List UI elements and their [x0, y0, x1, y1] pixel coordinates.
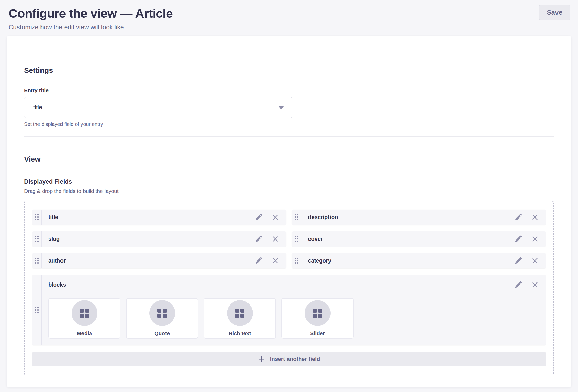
component-label: Slider	[310, 330, 325, 336]
field-row-label: author	[48, 257, 66, 264]
remove-field-button[interactable]	[272, 235, 279, 243]
page-subtitle: Customize how the edit view will look li…	[9, 24, 570, 31]
field-row-label: title	[48, 214, 58, 221]
component-label: Media	[77, 330, 92, 336]
blocks-content: blocks Media Quote	[42, 275, 546, 345]
close-icon	[272, 257, 279, 264]
pencil-icon	[255, 257, 262, 265]
field-row-label: slug	[48, 236, 60, 242]
drag-handle[interactable]	[292, 231, 301, 247]
field-row-author: author	[32, 253, 286, 268]
edit-field-button[interactable]	[255, 235, 262, 243]
drag-handle[interactable]	[292, 253, 301, 268]
settings-section-heading: Settings	[24, 66, 554, 75]
fields-dropzone: title description slug cover	[24, 201, 554, 375]
component-icon-circle	[227, 300, 253, 326]
edit-field-button[interactable]	[255, 213, 262, 221]
displayed-fields-heading: Displayed Fields	[24, 178, 554, 185]
entry-title-select-value: title	[33, 104, 42, 111]
close-icon	[272, 235, 279, 243]
field-row-label: category	[308, 257, 331, 264]
field-row-category: category	[292, 253, 546, 268]
six-dots-drag-icon	[295, 258, 298, 264]
section-divider	[24, 136, 554, 137]
remove-field-button[interactable]	[531, 281, 539, 289]
displayed-fields-hint: Drag & drop the fields to build the layo…	[24, 188, 554, 194]
view-section-heading: View	[24, 155, 554, 163]
insert-another-field-button[interactable]: Insert another field	[32, 352, 546, 366]
pencil-icon	[514, 213, 522, 221]
edit-field-button[interactable]	[514, 281, 522, 289]
remove-field-button[interactable]	[531, 235, 539, 243]
close-icon	[531, 235, 539, 243]
six-dots-drag-icon	[295, 236, 298, 242]
entry-title-select[interactable]: title	[24, 97, 292, 118]
entry-title-hint: Set the displayed field of your entry	[24, 121, 292, 127]
remove-field-button[interactable]	[272, 213, 279, 221]
component-label: Quote	[154, 330, 170, 336]
close-icon	[531, 257, 539, 264]
six-dots-drag-icon	[35, 258, 39, 264]
pencil-icon	[514, 257, 522, 265]
component-grid-icon	[235, 309, 244, 318]
entry-title-form-group: Entry title title Set the displayed fiel…	[24, 87, 292, 127]
pencil-icon	[255, 213, 262, 221]
page-title: Configure the view — Article	[9, 6, 570, 21]
component-grid-icon	[313, 309, 322, 318]
remove-field-button[interactable]	[272, 257, 279, 265]
drag-handle[interactable]	[292, 210, 301, 225]
drag-handle[interactable]	[32, 231, 42, 247]
field-row-cover: cover	[292, 231, 546, 247]
chevron-down-icon	[278, 106, 284, 110]
component-icon-circle	[72, 300, 97, 326]
close-icon	[531, 281, 539, 288]
field-row-label: blocks	[48, 281, 66, 288]
component-card-quote[interactable]: Quote	[126, 298, 198, 339]
six-dots-drag-icon	[35, 236, 39, 242]
component-card-rich-text[interactable]: Rich text	[204, 298, 276, 339]
pencil-icon	[514, 281, 522, 289]
field-row-title: title	[32, 210, 286, 225]
six-dots-drag-icon	[35, 214, 39, 220]
field-row-description: description	[292, 210, 546, 225]
component-grid-icon	[157, 309, 167, 318]
insert-another-field-label: Insert another field	[270, 356, 320, 362]
field-row-label: description	[308, 214, 338, 221]
drag-handle[interactable]	[32, 253, 42, 268]
entry-title-label: Entry title	[24, 87, 292, 93]
close-icon	[272, 214, 279, 221]
component-icon-circle	[149, 300, 175, 326]
configuration-card: Settings Entry title title Set the displ…	[7, 36, 571, 387]
edit-field-button[interactable]	[514, 257, 522, 265]
save-button[interactable]: Save	[539, 5, 570, 20]
field-row-label: cover	[308, 236, 323, 242]
close-icon	[531, 214, 539, 221]
edit-field-button[interactable]	[255, 257, 262, 265]
plus-icon	[258, 355, 265, 363]
field-row-blocks: blocks Media Quote	[32, 275, 546, 345]
six-dots-drag-icon	[295, 214, 298, 220]
pencil-icon	[255, 235, 262, 243]
pencil-icon	[514, 235, 522, 243]
component-grid-icon	[80, 309, 89, 318]
edit-field-button[interactable]	[514, 213, 522, 221]
six-dots-drag-icon	[35, 307, 39, 313]
component-card-media[interactable]: Media	[48, 298, 120, 339]
components-list: Media Quote Rich text Slider	[48, 298, 539, 339]
remove-field-button[interactable]	[531, 257, 539, 265]
edit-field-button[interactable]	[514, 235, 522, 243]
component-icon-circle	[305, 300, 331, 326]
component-label: Rich text	[229, 330, 251, 336]
component-card-slider[interactable]: Slider	[281, 298, 354, 339]
remove-field-button[interactable]	[531, 213, 539, 221]
page-header: Configure the view — Article Customize h…	[0, 0, 578, 31]
field-row-slug: slug	[32, 231, 286, 247]
drag-handle[interactable]	[32, 210, 42, 225]
drag-handle[interactable]	[32, 275, 42, 345]
